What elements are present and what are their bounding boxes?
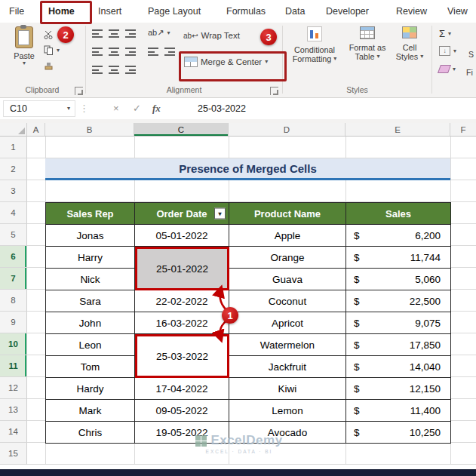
decrease-indent-button[interactable] [148,47,159,56]
format-as-table-button[interactable]: Format as Table ▾ [345,26,390,61]
copy-button[interactable]: ▾ [44,45,60,55]
align-left-button[interactable] [92,47,103,56]
cell-b6[interactable]: Harry [46,247,135,269]
cut-button[interactable] [44,30,53,39]
row-header-1[interactable]: 1 [0,137,27,158]
tab-formulas[interactable]: Formulas [223,3,269,20]
table-header-product-name[interactable]: Product Name [229,203,346,225]
cell-d5[interactable]: Apple [229,225,346,247]
tab-review[interactable]: Review [393,3,430,20]
cell-e6[interactable]: $11,744 [346,247,451,269]
cell-b7[interactable]: Nick [46,269,135,290]
row-header-6[interactable]: 6 [0,246,27,268]
justify-right-button[interactable] [125,65,137,74]
row-header-9[interactable]: 9 [0,312,27,333]
tab-data[interactable]: Data [282,3,308,20]
insert-function-icon[interactable]: fx [152,103,161,115]
column-header-c[interactable]: C [134,123,229,137]
cell-b8[interactable]: Sara [46,290,135,312]
row-header-12[interactable]: 12 [0,377,27,399]
order-date-filter-button[interactable]: ▾ [214,208,226,220]
cell-e7[interactable]: $5,060 [346,269,451,290]
row-header-14[interactable]: 14 [0,421,27,443]
fill-button[interactable]: ↓ ▾ [439,46,456,56]
cell-c5[interactable]: 05-01-2022 [135,225,229,247]
cell-b10[interactable]: Leon [46,334,135,356]
cell-b11[interactable]: Tom [46,356,135,378]
cell-e5[interactable]: $6,200 [346,225,451,247]
cell-d9[interactable]: Apricot [229,312,346,334]
row-header-4[interactable]: 4 [0,202,27,224]
cell-d8[interactable]: Coconut [229,290,346,312]
justify-center-button[interactable] [109,65,120,74]
cell-b9[interactable]: John [46,312,135,334]
row-header-13[interactable]: 13 [0,399,27,421]
wrap-text-button[interactable]: ab↩ Wrap Text [183,31,240,40]
cell-d7[interactable]: Guava [229,269,346,290]
cell-b5[interactable]: Jonas [46,225,135,247]
autosum-button[interactable]: Σ ▾ [439,28,451,39]
column-header-f[interactable]: F [450,123,476,137]
cell-e10[interactable]: $17,850 [346,334,451,356]
cancel-entry-icon[interactable]: × [113,103,119,114]
align-right-button[interactable] [125,47,137,56]
tab-developer[interactable]: Developer [323,3,372,20]
cell-d6[interactable]: Orange [229,247,346,269]
name-box[interactable]: C10 ▾ [3,100,75,117]
column-header-e[interactable]: E [345,123,450,137]
cell-e14[interactable]: $10,250 [346,422,451,444]
tab-insert[interactable]: Insert [95,3,124,20]
column-header-b[interactable]: B [45,123,134,137]
table-header-sales-rep[interactable]: Sales Rep [46,203,135,225]
row-header-2[interactable]: 2 [0,158,27,180]
formula-input[interactable]: 25-03-2022 [198,103,246,114]
row-header-11[interactable]: 11 [0,355,27,377]
conditional-formatting-button[interactable]: Conditional Formatting ▾ [287,26,342,63]
cell-b13[interactable]: Mark [46,400,135,422]
worksheet-title-cell[interactable]: Presence of Merged Cells [45,158,450,180]
alignment-dialog-launcher-icon[interactable] [270,87,278,95]
row-header-15[interactable]: 15 [0,443,27,465]
cell-d10[interactable]: Watermelon [229,334,346,356]
cell-c13[interactable]: 09-05-2022 [135,400,229,422]
cell-d11[interactable]: Jackfruit [229,356,346,378]
clipboard-dialog-launcher-icon[interactable] [75,87,83,95]
cell-c14[interactable]: 19-05-2022 [135,422,229,444]
format-painter-button[interactable] [44,62,54,71]
paste-button[interactable]: Paste ▾ [8,26,41,66]
name-box-caret-icon[interactable]: ▾ [67,106,70,112]
confirm-entry-icon[interactable]: ✓ [133,103,141,114]
cell-b12[interactable]: Hardy [46,378,135,400]
cell-e9[interactable]: $9,075 [346,312,451,334]
cell-e8[interactable]: $22,500 [346,290,451,312]
tab-page-layout[interactable]: Page Layout [145,3,204,20]
row-header-3[interactable]: 3 [0,180,27,202]
select-all-corner[interactable] [0,123,27,137]
tab-view[interactable]: View [444,3,471,20]
cell-e13[interactable]: $11,400 [346,400,451,422]
cell-b14[interactable]: Chris [46,422,135,444]
justify-left-button[interactable] [92,65,103,74]
align-bottom-button[interactable] [125,29,137,38]
cell-styles-button[interactable]: Cell Styles ▾ [392,26,428,61]
table-header-sales[interactable]: Sales [346,203,451,225]
cell-c12[interactable]: 17-04-2022 [135,378,229,400]
cell-d14[interactable]: Avocado [229,422,346,444]
align-top-button[interactable] [92,29,103,38]
tab-file[interactable]: File [6,3,27,20]
align-center-button[interactable] [109,47,120,56]
cell-d12[interactable]: Kiwi [229,378,346,400]
row-header-8[interactable]: 8 [0,290,27,312]
cell-d13[interactable]: Lemon [229,400,346,422]
cell-e12[interactable]: $12,150 [346,378,451,400]
row-header-5[interactable]: 5 [0,224,27,246]
column-header-d[interactable]: D [229,123,345,137]
increase-indent-button[interactable] [164,47,176,56]
row-header-10[interactable]: 10 [0,333,27,355]
column-header-a[interactable]: A [27,123,45,137]
clear-button[interactable]: ▾ [439,65,456,73]
table-header-order-date[interactable]: Order Date ▾ [135,203,229,225]
row-header-7[interactable]: 7 [0,268,27,290]
cell-e11[interactable]: $14,040 [346,356,451,378]
align-middle-button[interactable] [109,29,120,38]
